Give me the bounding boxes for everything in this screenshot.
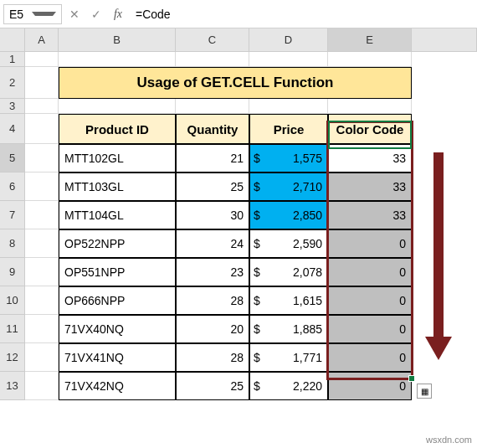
table-cell-price[interactable]: $1,575 [249,144,328,173]
cell[interactable] [59,52,176,67]
table-cell-price[interactable]: $1,615 [249,286,328,315]
confirm-button[interactable]: ✓ [87,5,105,23]
col-header[interactable]: D [249,28,328,52]
cell[interactable] [176,52,249,67]
table-cell-colorcode[interactable]: 0 [328,286,412,315]
table-cell-product[interactable]: MTT102GL [59,144,176,173]
table-cell-price[interactable]: $2,710 [249,173,328,201]
price-value: 1,575 [264,152,327,165]
cell[interactable] [25,67,59,99]
table-cell-product[interactable]: 71VX40NQ [59,315,176,343]
table-cell-price[interactable]: $2,590 [249,229,328,258]
table-cell-product[interactable]: 71VX42NQ [59,372,176,400]
cell[interactable] [25,99,59,114]
table-cell-colorcode[interactable]: 33 [328,201,412,229]
cell[interactable] [25,229,59,258]
row-header[interactable]: 13 [0,372,25,400]
row-header[interactable]: 2 [0,67,25,99]
autofill-options-icon[interactable]: ▦ [417,384,432,399]
table-cell-product[interactable]: MTT103GL [59,173,176,201]
table-cell-product[interactable]: OP666NPP [59,286,176,315]
row-header[interactable]: 1 [0,52,25,67]
table-cell-colorcode[interactable]: 0 [328,258,412,286]
price-value: 2,220 [264,379,327,393]
row-header[interactable]: 12 [0,343,25,372]
table-cell-price[interactable]: $1,771 [249,343,328,372]
fill-handle[interactable] [408,375,415,382]
table-cell-colorcode[interactable]: 0 [328,315,412,343]
cell[interactable] [328,52,412,67]
currency-symbol: $ [250,322,264,336]
cell[interactable] [25,52,59,67]
cell[interactable] [25,315,59,343]
formula-input[interactable]: =Code [131,4,474,24]
col-header[interactable]: E [328,28,412,52]
table-cell-product[interactable]: MTT104GL [59,201,176,229]
table-cell-price[interactable]: $1,885 [249,315,328,343]
row-header[interactable]: 11 [0,315,25,343]
table-cell-colorcode[interactable]: 0 [328,229,412,258]
cell[interactable] [249,99,328,114]
chevron-down-icon[interactable] [32,12,56,16]
cell[interactable] [25,286,59,315]
cell[interactable] [328,99,412,114]
name-box[interactable]: E5 [3,4,62,24]
table-cell-product[interactable]: OP551NPP [59,258,176,286]
table-cell-price[interactable]: $2,078 [249,258,328,286]
cell[interactable] [176,99,249,114]
table-cell-qty[interactable]: 28 [176,286,249,315]
currency-symbol: $ [250,237,264,250]
cell[interactable] [25,201,59,229]
cell[interactable] [59,99,176,114]
table-cell-qty[interactable]: 28 [176,343,249,372]
table-cell-qty[interactable]: 25 [176,173,249,201]
table-cell-qty[interactable]: 24 [176,229,249,258]
table-cell-product[interactable]: OP522NPP [59,229,176,258]
row-header[interactable]: 9 [0,258,25,286]
table-cell-price[interactable]: $2,220 [249,372,328,400]
grid[interactable]: Usage of GET.CELL FunctionProduct IDQuan… [25,52,477,400]
table-header: Product ID [59,114,176,144]
row-header[interactable]: 10 [0,286,25,315]
table-cell-price[interactable]: $2,850 [249,201,328,229]
currency-symbol: $ [250,351,264,364]
table-cell-qty[interactable]: 23 [176,258,249,286]
table-cell-colorcode[interactable]: 33 [328,173,412,201]
cell[interactable] [25,114,59,144]
cell[interactable] [249,52,328,67]
row-header[interactable]: 6 [0,173,25,201]
col-header[interactable]: C [176,28,249,52]
price-value: 2,710 [264,180,327,193]
cell[interactable] [25,173,59,201]
select-all-corner[interactable] [0,28,25,52]
row-header[interactable]: 4 [0,114,25,144]
table-cell-qty[interactable]: 20 [176,315,249,343]
col-header[interactable]: A [25,28,59,52]
currency-symbol: $ [250,265,264,279]
cell[interactable] [25,258,59,286]
col-header[interactable]: B [59,28,176,52]
col-header[interactable] [412,28,477,52]
cell[interactable] [25,343,59,372]
table-header: Price [249,114,328,144]
table-cell-qty[interactable]: 25 [176,372,249,400]
row-header[interactable]: 7 [0,201,25,229]
currency-symbol: $ [250,152,264,165]
table-cell-colorcode[interactable]: 33 [328,144,412,173]
table-cell-qty[interactable]: 30 [176,201,249,229]
table-cell-qty[interactable]: 21 [176,144,249,173]
fx-button[interactable]: fx [109,5,127,23]
table-cell-colorcode[interactable]: 0 [328,372,412,400]
row-header[interactable]: 5 [0,144,25,173]
cell[interactable] [25,372,59,400]
row-header[interactable]: 8 [0,229,25,258]
price-value: 2,850 [264,209,327,222]
currency-symbol: $ [250,379,264,393]
table-cell-colorcode[interactable]: 0 [328,343,412,372]
page-title: Usage of GET.CELL Function [59,67,412,99]
cell[interactable] [25,144,59,173]
row-header[interactable]: 3 [0,99,25,114]
formula-bar: E5 ✕ ✓ fx =Code [0,0,477,28]
cancel-button[interactable]: ✕ [65,5,84,23]
table-cell-product[interactable]: 71VX41NQ [59,343,176,372]
